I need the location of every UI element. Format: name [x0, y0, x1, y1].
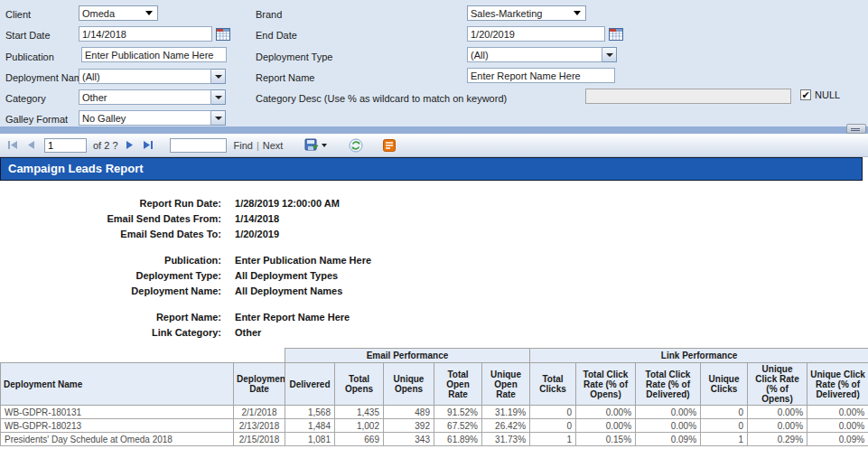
- info-row-deployment-type: Deployment Type: All Deployment Types: [0, 270, 632, 281]
- column-group-header: Link Performance: [530, 349, 868, 363]
- table-row: Presidents' Day Schedule at Omeda 20182/…: [1, 433, 868, 446]
- deployment-name-info-value: All Deployment Names: [235, 285, 342, 296]
- table-cell: 61.89%: [434, 433, 482, 446]
- report-name-info-value: Enter Report Name Here: [235, 312, 350, 323]
- table-cell: 0.29%: [748, 433, 807, 446]
- deployment-name-combo-value: (All): [79, 69, 211, 84]
- galley-format-label: Galley Format: [5, 114, 68, 125]
- table-cell: 489: [384, 406, 434, 419]
- export-dropdown-caret-icon: [322, 144, 327, 147]
- parameter-collapse-button[interactable]: [846, 124, 866, 134]
- first-page-button[interactable]: [7, 140, 18, 150]
- info-row-publication: Publication: Enter Publication Name Here: [0, 255, 632, 266]
- report-title: Campaign Leads Report: [8, 162, 144, 175]
- refresh-button[interactable]: [349, 138, 363, 153]
- column-header: Total Opens: [335, 363, 384, 406]
- info-row-send-to: Email Send Dates To: 1/20/2019: [0, 229, 632, 239]
- find-link[interactable]: Find: [234, 140, 253, 151]
- chevron-down-icon[interactable]: [211, 69, 226, 84]
- null-checkbox[interactable]: ✔: [800, 89, 811, 100]
- publication-info-label: Publication:: [0, 255, 221, 266]
- column-header: Deployment Name: [1, 363, 234, 406]
- deployment-name-combo[interactable]: (All): [79, 69, 226, 84]
- report-toolbar: of 2 ? Find | Next: [0, 134, 868, 157]
- info-row-report-name: Report Name: Enter Report Name Here: [0, 312, 632, 323]
- info-row-run-date: Report Run Date: 1/28/2019 12:00:00 AM: [0, 198, 632, 209]
- galley-format-combo[interactable]: No Galley: [79, 110, 226, 126]
- export-button[interactable]: [304, 138, 327, 152]
- table-cell: Presidents' Day Schedule at Omeda 2018: [1, 433, 234, 446]
- page-number-input[interactable]: [44, 138, 87, 153]
- column-header: Unique Click Rate (% of Delivered): [807, 363, 868, 406]
- run-date-label: Report Run Date:: [0, 198, 221, 209]
- chevron-down-icon: [145, 11, 153, 15]
- data-feed-button[interactable]: [383, 139, 396, 152]
- category-label: Category: [5, 93, 46, 104]
- table-cell: 2/1/2018: [234, 406, 285, 419]
- start-date-label: Start Date: [5, 30, 51, 41]
- column-header: Unique Opens: [384, 363, 434, 406]
- first-page-icon: [7, 140, 18, 150]
- calendar-icon: [609, 27, 623, 41]
- chevron-down-icon[interactable]: [211, 110, 226, 126]
- column-header: Total Clicks: [530, 363, 576, 406]
- table-cell: 2/13/2018: [234, 419, 285, 433]
- table-row: WB-GDPR-1802132/13/20181,4841,00239267.5…: [1, 419, 868, 433]
- category-combo[interactable]: Other: [79, 89, 226, 105]
- next-link[interactable]: Next: [263, 140, 284, 151]
- send-from-value: 1/14/2018: [235, 213, 279, 224]
- table-cell: 0.09%: [807, 433, 868, 446]
- client-select-value: Omeda: [82, 8, 115, 19]
- table-cell: 0.00%: [748, 419, 807, 433]
- publication-label: Publication: [5, 51, 54, 62]
- start-date-input[interactable]: [79, 26, 212, 42]
- table-cell: 0: [530, 406, 576, 419]
- end-date-input[interactable]: [467, 26, 605, 42]
- brand-select-value: Sales-Marketing: [471, 8, 542, 19]
- chevron-down-icon[interactable]: [211, 89, 226, 105]
- deployment-type-combo-value: (All): [467, 47, 602, 62]
- deployment-type-label: Deployment Type: [256, 51, 332, 62]
- category-desc-input[interactable]: [585, 89, 791, 104]
- category-combo-value: Other: [79, 89, 211, 105]
- send-to-label: Email Send Dates To:: [0, 229, 221, 239]
- table-cell: 0.15%: [576, 433, 636, 446]
- page-count-label: of 2 ?: [93, 140, 118, 151]
- report-table: Email PerformanceLink PerformanceDeploym…: [0, 348, 868, 446]
- table-cell: 91.52%: [434, 406, 482, 419]
- publication-input[interactable]: [81, 47, 227, 62]
- chevron-down-icon[interactable]: [602, 47, 617, 62]
- find-text-input[interactable]: [170, 138, 227, 153]
- next-page-button[interactable]: [126, 140, 134, 150]
- table-cell: 343: [384, 433, 434, 446]
- previous-page-button[interactable]: [27, 140, 35, 150]
- column-group-header: Email Performance: [285, 349, 530, 363]
- find-next-separator: |: [257, 140, 259, 151]
- table-cell: 0.00%: [636, 419, 701, 433]
- refresh-icon: [349, 138, 363, 153]
- end-date-calendar-button[interactable]: [609, 26, 623, 41]
- table-cell: 1,081: [285, 433, 335, 446]
- table-cell: 1: [701, 433, 748, 446]
- deployment-type-combo[interactable]: (All): [467, 47, 617, 62]
- column-header: Delivered: [285, 363, 335, 406]
- table-cell: 67.52%: [434, 419, 482, 433]
- table-cell: 0.00%: [576, 406, 636, 419]
- deployment-name-info-label: Deployment Name:: [0, 285, 221, 296]
- start-date-calendar-button[interactable]: [216, 26, 230, 41]
- report-name-input[interactable]: [467, 68, 615, 83]
- info-row-send-from: Email Send Dates From: 1/14/2018: [0, 213, 632, 224]
- last-page-button[interactable]: [143, 140, 154, 150]
- table-cell: 0: [701, 419, 748, 433]
- next-page-icon: [126, 140, 134, 150]
- chevron-down-icon: [574, 11, 581, 15]
- run-date-value: 1/28/2019 12:00:00 AM: [235, 198, 340, 209]
- previous-page-icon: [27, 140, 35, 150]
- client-select[interactable]: Omeda: [79, 5, 158, 21]
- table-cell: 0: [530, 419, 576, 433]
- column-header: Unique Clicks: [701, 363, 748, 406]
- table-cell: WB-GDPR-180131: [1, 406, 234, 419]
- brand-label: Brand: [256, 9, 282, 20]
- table-cell: 1,568: [285, 406, 335, 419]
- brand-select[interactable]: Sales-Marketing: [467, 5, 586, 21]
